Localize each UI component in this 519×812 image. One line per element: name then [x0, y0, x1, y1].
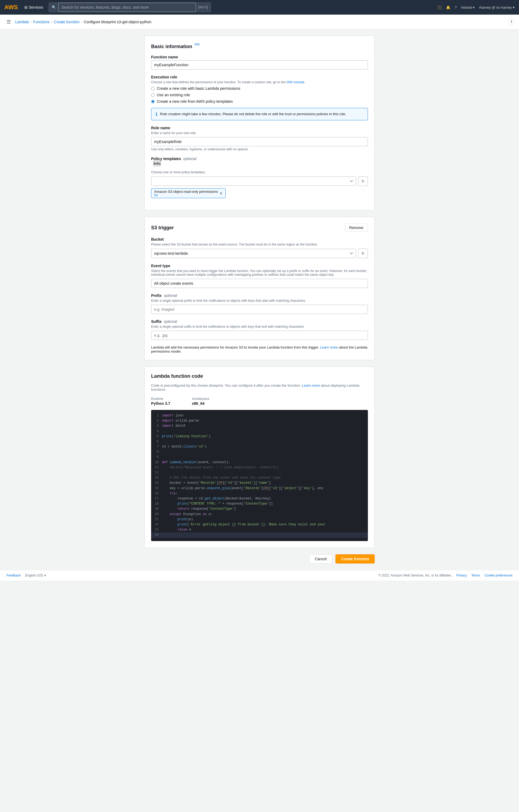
- execution-role-label: Execution role: [151, 75, 368, 79]
- services-label: Services: [29, 5, 43, 9]
- code-line-13: 13 # Get the object from the event and s…: [151, 475, 368, 481]
- code-line-16: 16 try:: [151, 491, 368, 496]
- event-type-select[interactable]: All object create events: [151, 279, 368, 288]
- suffix-label: Suffix optional: [151, 319, 368, 324]
- user-label: rharvey @ ric-harvey: [479, 5, 512, 9]
- hamburger-menu[interactable]: ☰: [6, 19, 11, 25]
- function-name-group: Function name: [151, 55, 368, 69]
- radio-policy-templates-label: Create a new role from AWS policy templa…: [157, 99, 233, 104]
- feedback-link[interactable]: Feedback: [6, 574, 21, 577]
- bucket-select[interactable]: sqcows-test-lambda: [151, 249, 356, 258]
- role-name-hint: Enter a name for your new role.: [151, 131, 368, 135]
- role-info-box: ℹ Role creation might take a few minutes…: [151, 108, 368, 120]
- region-label: Ireland: [461, 5, 472, 9]
- role-name-group: Role name Enter a name for your new role…: [151, 126, 368, 151]
- code-meta: Runtime Python 3.7 Architecture x86_64: [151, 397, 368, 406]
- policy-templates-hint: Choose one or more policy templates.: [151, 170, 368, 174]
- help-icon[interactable]: ?: [455, 5, 457, 9]
- create-function-button[interactable]: Create function: [335, 554, 375, 563]
- breadcrumb-functions[interactable]: Functions: [33, 20, 50, 24]
- permissions-note: Lambda will add the necessary permission…: [151, 345, 368, 353]
- code-line-4: 4: [151, 429, 368, 434]
- code-line-10: 10 def lambda_handler(event, context):: [151, 460, 368, 465]
- radio-policy-templates-input[interactable]: [151, 100, 155, 103]
- region-selector[interactable]: Ireland ▾: [461, 5, 475, 9]
- radio-new-basic-role-input[interactable]: [151, 87, 155, 90]
- prefix-input[interactable]: [151, 305, 368, 314]
- code-line-6: 6: [151, 439, 368, 444]
- execution-role-radios: Create a new role with basic Lambda perm…: [151, 86, 368, 104]
- suffix-optional: optional: [164, 319, 177, 324]
- footer-left: Feedback English (US) ▾: [6, 574, 46, 577]
- search-box: 🔍 [Alt+S]: [49, 2, 211, 12]
- breadcrumb: Lambda › Functions › Create function › C…: [15, 20, 151, 24]
- code-line-2: 2 import urllib.parse: [151, 418, 368, 424]
- language-selector[interactable]: English (US) ▾: [25, 574, 46, 577]
- privacy-link[interactable]: Privacy: [456, 574, 467, 577]
- basic-info-info-btn[interactable]: Info: [194, 42, 200, 46]
- code-line-19: 19 return response['ContentType']: [151, 506, 368, 512]
- execution-role-hint: Choose a role that defines the permissio…: [151, 80, 368, 84]
- basic-info-card: Basic information Info Function name Exe…: [144, 36, 375, 210]
- runtime-value: Python 3.7: [151, 401, 170, 406]
- learn-more-permissions-link[interactable]: Learn more: [320, 345, 338, 349]
- cancel-button[interactable]: Cancel: [309, 554, 333, 563]
- code-line-22: 22 print('Error getting object {} from b…: [151, 522, 368, 527]
- role-name-input[interactable]: [151, 137, 368, 146]
- aws-logo: AWS: [4, 4, 18, 11]
- architecture-meta: Architecture x86_64: [192, 397, 209, 406]
- role-name-sub-hint: Use only letters, numbers, hyphens, or u…: [151, 147, 368, 151]
- main-content: Basic information Info Function name Exe…: [138, 36, 381, 563]
- event-type-label: Event type: [151, 264, 368, 268]
- code-line-21: 21 print(e): [151, 517, 368, 522]
- radio-existing-role-input[interactable]: [151, 93, 155, 97]
- lambda-code-title: Lambda function code: [151, 373, 368, 379]
- breadcrumb-create-function[interactable]: Create function: [54, 20, 80, 24]
- prefix-label: Prefix optional: [151, 293, 368, 298]
- code-line-18: 18 print("CONTENT TYPE: " + response['Co…: [151, 501, 368, 506]
- code-line-15: 15 key = urllib.parse.unquote_plus(event…: [151, 486, 368, 491]
- policy-templates-select[interactable]: [151, 177, 356, 186]
- suffix-input[interactable]: [151, 331, 368, 340]
- policy-templates-group: Policy templates optional Info Choose on…: [151, 156, 368, 198]
- code-line-20: 20 except Exception as e:: [151, 512, 368, 517]
- s3-trigger-title: S3 trigger: [151, 225, 174, 231]
- radio-policy-templates[interactable]: Create a new role from AWS policy templa…: [151, 99, 368, 104]
- code-editor: 1 import json 2 import urllib.parse 3 im…: [151, 410, 368, 541]
- secondary-navigation: ☰ Lambda › Functions › Create function ›…: [0, 14, 519, 29]
- breadcrumb-current: Configure blueprint s3-get-object-python: [84, 20, 151, 24]
- iam-console-link[interactable]: IAM console: [286, 80, 304, 84]
- cloud9-icon[interactable]: ⬛: [437, 5, 442, 9]
- code-line-9: 9: [151, 455, 368, 460]
- user-menu[interactable]: rharvey @ ric-harvey ▾: [479, 5, 515, 9]
- function-name-input[interactable]: [151, 60, 368, 69]
- code-line-1: 1 import json: [151, 413, 368, 418]
- services-button[interactable]: ⊞ Services: [22, 4, 45, 10]
- suffix-hint: Enter a single optional suffix to limit …: [151, 325, 368, 328]
- s3-trigger-header: S3 trigger Remove: [151, 224, 368, 232]
- basic-info-title-text: Basic information: [151, 44, 192, 50]
- code-line-3: 3 import boto3: [151, 424, 368, 429]
- role-name-label: Role name: [151, 126, 368, 130]
- radio-existing-role[interactable]: Use an existing role: [151, 93, 368, 97]
- bucket-refresh-btn[interactable]: ↻: [358, 249, 368, 258]
- bucket-hint: Please select the S3 bucket that serves …: [151, 242, 368, 246]
- architecture-label: Architecture: [192, 397, 209, 401]
- bucket-selector: sqcows-test-lambda ↻: [151, 249, 368, 258]
- remove-trigger-btn[interactable]: Remove: [345, 224, 368, 232]
- policy-templates-info-btn[interactable]: Info: [153, 161, 161, 166]
- search-input[interactable]: [58, 3, 196, 12]
- code-line-12: 12: [151, 470, 368, 475]
- policy-chip-close-btn[interactable]: ✕: [219, 191, 223, 196]
- radio-existing-role-label: Use an existing role: [157, 93, 190, 97]
- bell-icon[interactable]: 🔔: [446, 5, 450, 9]
- cookie-preferences-link[interactable]: Cookie preferences: [484, 574, 513, 577]
- code-line-23: 23 raise e: [151, 527, 368, 532]
- lambda-code-title-text: Lambda function code: [151, 373, 203, 379]
- info-corner-icon[interactable]: ℹ: [508, 19, 515, 25]
- radio-new-basic-role[interactable]: Create a new role with basic Lambda perm…: [151, 86, 368, 91]
- terms-link[interactable]: Terms: [471, 574, 480, 577]
- learn-more-code-link[interactable]: Learn more: [302, 383, 320, 387]
- breadcrumb-lambda[interactable]: Lambda: [15, 20, 29, 24]
- policy-templates-refresh-btn[interactable]: ↻: [358, 176, 368, 186]
